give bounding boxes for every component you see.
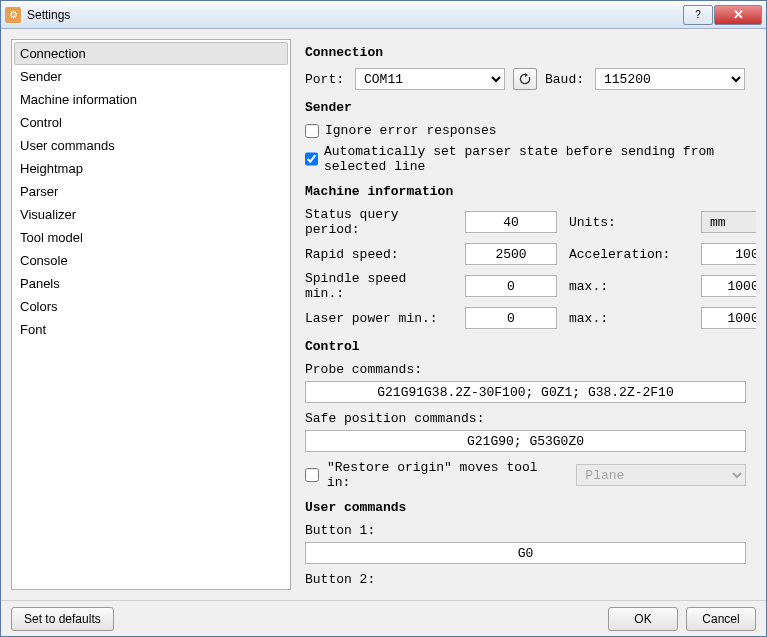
port-label: Port: <box>305 72 347 87</box>
sidebar-item-console[interactable]: Console <box>14 249 288 272</box>
spindle-max-input[interactable] <box>701 275 756 297</box>
refresh-ports-button[interactable] <box>513 68 537 90</box>
sidebar-item-tool-model[interactable]: Tool model <box>14 226 288 249</box>
sidebar-item-panels[interactable]: Panels <box>14 272 288 295</box>
sidebar-item-heightmap[interactable]: Heightmap <box>14 157 288 180</box>
safe-position-label: Safe position commands: <box>305 411 746 426</box>
close-button[interactable]: ✕ <box>714 5 762 25</box>
settings-panel: Connection Port: COM11 Baud: 115200 Send… <box>301 39 756 590</box>
sidebar-item-colors[interactable]: Colors <box>14 295 288 318</box>
status-period-label: Status query period: <box>305 207 453 237</box>
restore-origin-checkbox[interactable] <box>305 468 319 482</box>
laser-min-label: Laser power min.: <box>305 311 453 326</box>
laser-max-label: max.: <box>569 311 689 326</box>
status-period-input[interactable] <box>465 211 557 233</box>
content-area: Connection Sender Machine information Co… <box>1 29 766 600</box>
section-control-title: Control <box>305 339 746 354</box>
button1-label: Button 1: <box>305 523 746 538</box>
button2-label: Button 2: <box>305 572 746 587</box>
refresh-icon <box>518 72 532 86</box>
units-label: Units: <box>569 215 689 230</box>
rapid-speed-input[interactable] <box>465 243 557 265</box>
cancel-button[interactable]: Cancel <box>686 607 756 631</box>
ok-button[interactable]: OK <box>608 607 678 631</box>
port-select[interactable]: COM11 <box>355 68 505 90</box>
app-icon: ⚙ <box>5 7 21 23</box>
help-button[interactable]: ? <box>683 5 713 25</box>
restore-origin-label: "Restore origin" moves tool in: <box>327 460 568 490</box>
baud-label: Baud: <box>545 72 587 87</box>
ignore-errors-checkbox-row[interactable]: Ignore error responses <box>305 123 746 138</box>
category-list[interactable]: Connection Sender Machine information Co… <box>11 39 291 590</box>
rapid-speed-label: Rapid speed: <box>305 247 453 262</box>
auto-parser-checkbox[interactable] <box>305 152 318 166</box>
sidebar-item-sender[interactable]: Sender <box>14 65 288 88</box>
acceleration-label: Acceleration: <box>569 247 689 262</box>
ignore-errors-label: Ignore error responses <box>325 123 497 138</box>
sidebar-item-parser[interactable]: Parser <box>14 180 288 203</box>
button1-input[interactable] <box>305 542 746 564</box>
sidebar-item-visualizer[interactable]: Visualizer <box>14 203 288 226</box>
probe-commands-label: Probe commands: <box>305 362 746 377</box>
laser-max-input[interactable] <box>701 307 756 329</box>
sidebar-item-font[interactable]: Font <box>14 318 288 341</box>
set-defaults-button[interactable]: Set to defaults <box>11 607 114 631</box>
section-connection-title: Connection <box>305 45 746 60</box>
sidebar-item-connection[interactable]: Connection <box>14 42 288 65</box>
sidebar-item-user-commands[interactable]: User commands <box>14 134 288 157</box>
footer: Set to defaults OK Cancel <box>1 600 766 636</box>
titlebar: ⚙ Settings ? ✕ <box>1 1 766 29</box>
restore-plane-select: Plane <box>576 464 746 486</box>
sidebar-item-machine-information[interactable]: Machine information <box>14 88 288 111</box>
safe-position-input[interactable] <box>305 430 746 452</box>
ignore-errors-checkbox[interactable] <box>305 124 319 138</box>
acceleration-input[interactable] <box>701 243 756 265</box>
baud-select[interactable]: 115200 <box>595 68 745 90</box>
section-machine-title: Machine information <box>305 184 746 199</box>
window-title: Settings <box>27 8 683 22</box>
settings-window: ⚙ Settings ? ✕ Connection Sender Machine… <box>0 0 767 637</box>
auto-parser-label: Automatically set parser state before se… <box>324 144 746 174</box>
spindle-min-input[interactable] <box>465 275 557 297</box>
section-user-commands-title: User commands <box>305 500 746 515</box>
sidebar-item-control[interactable]: Control <box>14 111 288 134</box>
laser-min-input[interactable] <box>465 307 557 329</box>
spindle-min-label: Spindle speed min.: <box>305 271 453 301</box>
spindle-max-label: max.: <box>569 279 689 294</box>
units-select[interactable]: mm <box>701 211 756 233</box>
auto-parser-checkbox-row[interactable]: Automatically set parser state before se… <box>305 144 746 174</box>
probe-commands-input[interactable] <box>305 381 746 403</box>
section-sender-title: Sender <box>305 100 746 115</box>
